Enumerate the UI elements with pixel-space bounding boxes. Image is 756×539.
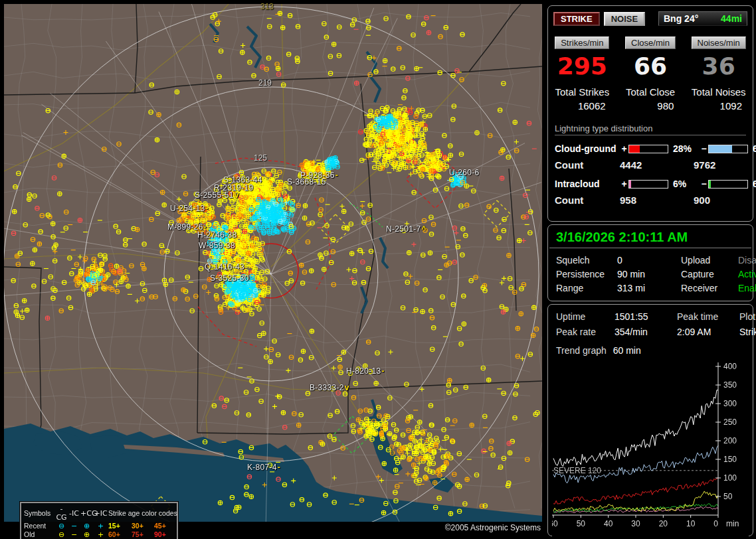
close-per-min-tag[interactable]: Close/min [625,37,676,49]
total-strikes-value: 16062 [548,100,616,112]
session-stats: Uptime 1501:55 Peak time Plot Peak rate … [548,305,753,337]
receiver-settings: Squelch 0 Upload Disabled Persistence 90… [548,248,753,300]
trend-graph-header: Trend graph 60 min [548,337,753,356]
legend-col-ic-pos: +IC [93,509,108,518]
minus-sign: − [700,143,708,154]
ic-neg-old-icon: − [68,530,80,539]
upload-label: Upload [681,255,738,266]
total-noises-label: Total Noises [684,86,753,98]
ic-plus-pct: 6% [670,179,700,189]
ic-plus-count: 958 [620,194,694,206]
peak-rate-label: Peak rate [556,327,614,337]
receiver-status: Enabled [738,283,756,293]
legend-symbols-header: Symbols [24,509,55,518]
cg-pos-old-icon: ⊕ [80,530,93,539]
squelch-label: Squelch [556,255,617,266]
count-label: Count [555,159,620,171]
total-noises-value: 1092 [684,100,753,112]
capture-status: Active [738,269,756,279]
map-legend: Symbols -CG -IC +CG +IC Strike age color… [20,502,178,539]
uptime-value: 1501:55 [614,311,677,322]
cg-minus-count: 9762 [694,159,746,171]
plot-value: Strike [739,327,756,337]
upload-status: Disabled [738,255,756,266]
ic-minus-pct: 6% [749,179,756,189]
persistence-label: Persistence [556,269,617,279]
mode-toolbar: STRIKE NOISE Bng 24° 44mi [548,6,753,26]
ic-plus-bar [628,180,668,189]
range-label: Range [556,283,617,293]
time-settings-panel: 3/16/2026 2:10:11 AM Squelch 0 Upload Di… [547,224,753,301]
trend-graph-chart [552,358,749,536]
cg-plus-count: 4442 [620,159,694,171]
bearing-distance: 44mi [721,13,742,24]
current-datetime: 3/16/2026 2:10:11 AM [549,225,751,248]
noises-per-min-tag[interactable]: Noises/min [692,37,746,49]
trend-graph-label: Trend graph [556,345,607,356]
minus-sign: − [700,179,708,189]
ic-pos-recent-icon: + [93,522,108,530]
cg-plus-bar [628,145,668,153]
legend-col-cg-neg: -CG [55,504,68,522]
age-code-15: 15+ [108,522,132,530]
legend-row-old-label: Old [24,530,55,539]
cg-minus-pct: 61% [749,143,756,154]
plot-label: Plot [739,311,756,322]
intracloud-row: Intracloud + 6% − 6% [555,179,746,189]
strikes-column: Strikes/min 295 Total Strikes 16062 [548,37,616,112]
legend-col-ic-neg: -IC [68,509,80,518]
legend-age-header: Strike age color codes [108,509,174,518]
rate-stats: Strikes/min 295 Total Strikes 16062 Clos… [548,37,753,112]
ic-minus-count: 900 [694,194,746,206]
cg-neg-recent-icon: ⊖ [55,522,68,530]
plus-sign: + [620,179,628,189]
total-close-label: Total Close [616,86,685,98]
noises-column: Noises/min 36 Total Noises 1092 [684,37,753,112]
copyright-text: ©2005 Astrogenic Systems [399,523,541,532]
age-code-30: 30+ [132,522,154,530]
map-canvas[interactable] [4,4,542,522]
receiver-label: Receiver [681,283,738,293]
cg-pos-recent-icon: ⊕ [80,522,93,530]
cloud-ground-count-row: Count 4442 9762 [555,159,746,171]
ic-pos-old-icon: + [93,530,108,539]
cloud-ground-row: Cloud-ground + 28% − 61% [555,143,746,154]
persistence-value: 90 min [617,269,681,279]
close-column: Close/min 66 Total Close 980 [616,37,685,112]
cg-minus-bar [708,145,748,153]
distribution-title: Lightning type distribution [555,123,746,135]
strike-mode-button[interactable]: STRIKE [553,12,600,26]
cloud-ground-label: Cloud-ground [555,143,620,154]
trend-window-value: 60 min [613,345,641,356]
squelch-value: 0 [617,255,681,266]
total-close-value: 980 [616,100,685,112]
peak-time-value: 2:09 AM [677,327,739,337]
cg-plus-pct: 28% [670,143,700,154]
plus-sign: + [620,143,628,154]
uptime-label: Uptime [556,311,614,322]
legend-col-cg-pos: +CG [80,509,93,518]
peak-rate-value: 354/min [614,327,677,337]
app-window: S-1363-44R-2319-19S-2555-51vU-254-13-M-8… [0,0,756,539]
bearing-readout: Bng 24° 44mi [658,11,747,26]
legend-row-recent-label: Recent [24,522,55,530]
age-code-45: 45+ [154,522,174,530]
age-code-90: 90+ [154,530,174,539]
age-code-75: 75+ [132,530,154,539]
strikes-per-min-tag[interactable]: Strikes/min [555,37,609,49]
ic-minus-bar [708,180,748,189]
session-trend-panel: Uptime 1501:55 Peak time Plot Peak rate … [547,304,753,536]
noises-rate-value: 36 [684,50,753,82]
cg-neg-old-icon: ⊖ [55,530,68,539]
total-strikes-label: Total Strikes [548,86,616,98]
lightning-map: S-1363-44R-2319-19S-2555-51vU-254-13-M-8… [4,4,542,522]
intracloud-count-row: Count 958 900 [555,194,746,206]
intracloud-label: Intracloud [555,179,620,189]
count-label: Count [555,194,620,206]
range-value: 313 mi [617,283,681,293]
ic-neg-recent-icon: − [68,522,80,530]
bearing-value: Bng 24° [664,13,698,24]
noise-mode-button[interactable]: NOISE [604,12,645,26]
close-rate-value: 66 [616,50,685,82]
strikes-rate-value: 295 [548,50,616,82]
